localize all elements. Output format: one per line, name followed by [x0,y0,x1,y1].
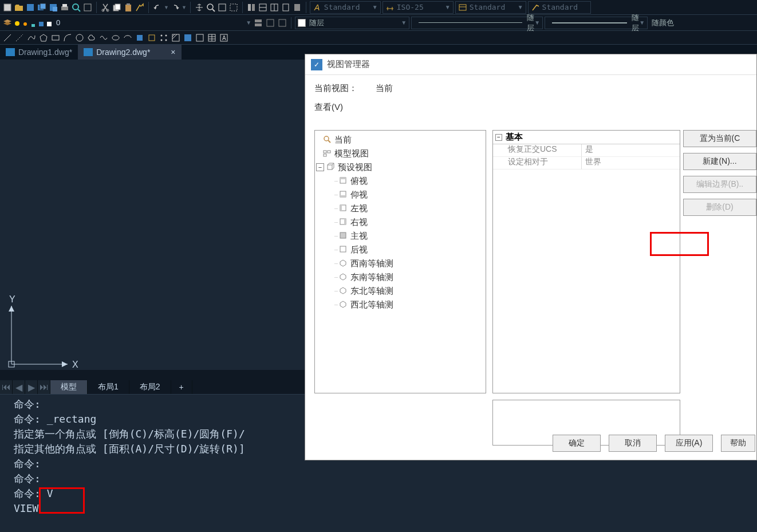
circle-tool-icon[interactable] [74,33,85,43]
plotcolor-combo[interactable]: 随颜色 [649,17,684,29]
tree-se-iso[interactable]: ┈东南等轴测 [315,270,486,284]
props-icon[interactable] [246,2,257,13]
tree-current[interactable]: 当前 [315,133,486,147]
svg-rect-10 [84,4,91,11]
tree-left[interactable]: ┈左视 [315,202,486,215]
preview-icon[interactable] [71,2,81,13]
ok-button[interactable]: 确定 [553,435,601,452]
svg-rect-77 [328,151,330,153]
next-icon[interactable]: ▶ [25,380,38,394]
tree-back[interactable]: ┈后视 [315,243,486,257]
spline-tool-icon[interactable] [98,33,109,43]
sun-icon[interactable] [22,19,29,26]
undo-icon[interactable] [152,2,163,13]
layout-tab-2[interactable]: 布局2 [129,380,171,394]
print-icon[interactable] [60,2,70,13]
rect-tool-icon[interactable] [50,33,61,43]
bulb-icon[interactable] [14,19,21,26]
tree-nw-iso[interactable]: ┈西北等轴测 [315,298,486,312]
close-icon[interactable]: × [171,48,175,57]
tree-top[interactable]: ┈俯视 [315,174,486,188]
layout-tab-model[interactable]: 模型 [50,380,88,394]
cancel-button[interactable]: 取消 [609,435,657,452]
redo-icon[interactable] [170,2,180,13]
new-icon[interactable] [2,2,13,13]
paste-icon[interactable] [123,2,133,13]
region-tool-icon[interactable] [195,33,205,43]
prev-icon[interactable]: ◀ [13,380,25,394]
tree-bottom[interactable]: ┈仰视 [315,188,486,202]
tree-model-views[interactable]: 模型视图 [315,147,486,160]
color-icon[interactable] [46,19,53,26]
linetype-combo[interactable]: 随层 ▼ [411,17,543,29]
tree-right[interactable]: ┈右视 [315,215,486,229]
cut-icon[interactable] [100,2,111,13]
collapse-icon[interactable]: − [495,134,502,141]
zoom-icon[interactable] [206,2,216,13]
new-button[interactable]: 新建(N)... [683,153,756,170]
zoom-win-icon[interactable] [217,2,227,13]
tree-preset-views[interactable]: − 预设视图 [315,160,486,174]
pad-icon[interactable] [38,19,45,26]
table-tool-icon[interactable] [207,33,217,43]
ellipse-arc-tool-icon[interactable] [123,33,133,43]
set-current-button[interactable]: 置为当前(C [683,130,756,147]
prop-group-basic[interactable]: − 基本 [493,131,680,144]
lock-icon[interactable] [30,19,37,26]
doc-tab-1[interactable]: Drawing1.dwg* [0,45,78,60]
svg-line-9 [78,9,80,11]
ucs-icon: X Y [5,295,79,376]
tree-sw-iso[interactable]: ┈西南等轴测 [315,257,486,270]
gradient-tool-icon[interactable] [183,33,193,43]
point-tool-icon[interactable] [159,33,169,43]
tree-front[interactable]: ┈主视 [315,229,486,243]
sheet-set-icon[interactable] [281,2,291,13]
edit-bounds-button[interactable]: 编辑边界(B).. [683,176,756,193]
calc-icon[interactable] [292,2,302,13]
view-tree[interactable]: 当前 模型视图 − 预设视图 ┈俯视 ┈仰视 ┈左视 ┈右视 ┈主视 ┈后视 ┈… [314,130,486,393]
saveas-icon[interactable] [37,2,47,13]
save-icon[interactable] [25,2,36,13]
design-icon[interactable] [258,2,268,13]
block-tool-icon[interactable] [135,33,145,43]
tool-palette-icon[interactable] [269,2,279,13]
apply-button[interactable]: 应用(A) [665,435,713,452]
pline-tool-icon[interactable] [26,33,37,43]
open-icon[interactable] [14,2,24,13]
line-tool-icon[interactable] [2,33,13,43]
copy-icon[interactable] [112,2,122,13]
layout-tab-1[interactable]: 布局1 [88,380,129,394]
arc-tool-icon[interactable] [62,33,73,43]
saveall-icon[interactable] [48,2,58,13]
first-icon[interactable]: ⏮ [0,380,13,394]
help-button[interactable]: 帮助 [721,435,755,452]
collapse-icon[interactable]: − [316,163,324,171]
find-icon[interactable] [82,2,93,13]
layer-states-icon[interactable] [253,18,263,28]
last-icon[interactable]: ⏭ [38,380,50,394]
delete-button[interactable]: 删除(D) [683,199,756,216]
layer-iso-icon[interactable] [265,18,275,28]
ray-tool-icon[interactable] [14,33,25,43]
pan-icon[interactable] [194,2,204,13]
layer-props-icon[interactable] [2,18,13,28]
layer-match-icon[interactable] [277,18,287,28]
tree-ne-iso[interactable]: ┈东北等轴测 [315,284,486,298]
text-style-combo[interactable]: A Standard ▼ [310,1,381,14]
doc-tab-2[interactable]: Drawing2.dwg* × [78,45,181,60]
mtext-tool-icon[interactable]: A [219,33,229,43]
lineweight-combo[interactable]: 随层 ▼ [545,17,648,29]
cloud-tool-icon[interactable] [86,33,97,43]
polygon-tool-icon[interactable] [38,33,49,43]
zoom-prev-icon[interactable] [228,2,239,13]
hatch-tool-icon[interactable] [171,33,181,43]
layout-tab-add[interactable]: + [171,380,192,394]
insert-tool-icon[interactable] [147,33,157,43]
match-icon[interactable] [135,2,145,13]
ellipse-tool-icon[interactable] [111,33,121,43]
table-style-combo[interactable]: Standard ▼ [455,1,526,14]
dim-style-combo[interactable]: ISO-25 ▼ [383,1,454,14]
dropdown-icon[interactable]: ▼ [246,19,251,26]
color-combo[interactable]: 随层 ▼ [295,17,409,29]
multi-style-combo[interactable]: Standard [528,1,591,14]
